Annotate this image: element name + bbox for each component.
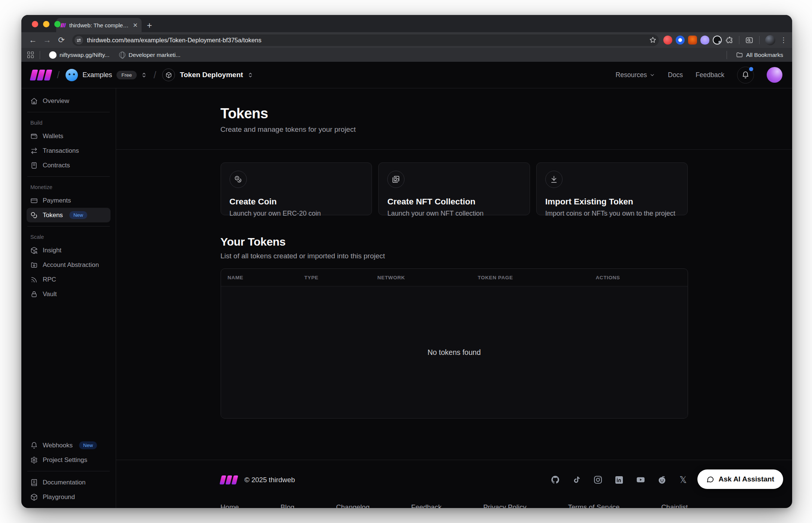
tiktok-icon[interactable] (572, 475, 581, 484)
sidebar-item-project-settings[interactable]: Project Settings (27, 453, 110, 467)
footer-link-terms-of-service[interactable]: Terms of Service (568, 503, 620, 508)
reddit-icon[interactable] (657, 475, 667, 484)
linkedin-icon[interactable] (615, 475, 624, 484)
rss-signal-icon (30, 276, 38, 283)
bell-icon (30, 442, 38, 449)
notification-dot (749, 67, 753, 71)
github-icon[interactable] (551, 475, 560, 484)
tab-close-icon[interactable]: ✕ (133, 22, 138, 29)
team-avatar[interactable] (66, 69, 78, 81)
sidebar-item-documentation[interactable]: Documentation (27, 475, 110, 490)
project-switcher-icon[interactable] (247, 72, 254, 79)
url-text[interactable]: thirdweb.com/team/examples/Token-Deploym… (87, 37, 645, 44)
bell-icon (742, 71, 749, 79)
download-icon (545, 171, 563, 188)
ask-ai-label: Ask AI Assistant (718, 475, 774, 483)
footer-link-blog[interactable]: Blog (281, 503, 294, 508)
sidebar-item-transactions[interactable]: Transactions (27, 143, 110, 158)
column-network: NETWORK (378, 275, 478, 280)
browser-tab[interactable]: thirdweb: The complete web3 ✕ (56, 18, 142, 32)
team-name[interactable]: Examples (82, 71, 112, 79)
new-tab-button[interactable]: + (147, 21, 152, 30)
footer-link-chainlist[interactable]: Chainlist (661, 503, 688, 508)
sidebar-item-label: Wallets (43, 133, 63, 140)
extension-icon-clock[interactable] (713, 36, 722, 45)
extensions-puzzle-icon[interactable] (725, 36, 733, 44)
all-bookmarks-button[interactable]: All Bookmarks (733, 51, 786, 58)
team-switcher-icon[interactable] (140, 72, 148, 79)
social-links: 𝕏 (551, 475, 688, 484)
column-type: TYPE (304, 275, 378, 280)
page-header: Tokens Create and manage tokens for your… (116, 88, 792, 150)
sidebar-item-label: Vault (43, 291, 57, 298)
ask-ai-assistant-button[interactable]: Ask AI Assistant (697, 469, 783, 489)
chat-bubble-icon (706, 475, 714, 483)
footer-link-changelog[interactable]: Changelog (336, 503, 370, 508)
sidebar-item-label: Tokens (43, 212, 63, 219)
wallet-icon (30, 133, 38, 140)
x-twitter-icon[interactable]: 𝕏 (679, 475, 688, 484)
docs-link[interactable]: Docs (668, 71, 683, 79)
browser-menu-icon[interactable]: ⋮ (780, 36, 787, 44)
sidebar-item-insight[interactable]: Insight (27, 243, 110, 258)
phantom-extension-icon[interactable] (700, 36, 709, 45)
sidebar-item-rpc[interactable]: RPC (27, 272, 110, 287)
card-subtitle: Launch your own ERC-20 coin (230, 210, 363, 218)
close-window-button[interactable] (32, 21, 38, 27)
new-badge: New (69, 211, 87, 219)
cube-icon (30, 493, 38, 501)
address-bar[interactable]: thirdweb.com/team/examples/Token-Deploym… (72, 34, 659, 46)
reload-icon[interactable]: ⟳ (55, 34, 68, 46)
instagram-icon[interactable] (593, 475, 603, 484)
back-icon[interactable]: ← (27, 34, 39, 46)
notifications-button[interactable] (737, 67, 754, 83)
page-title: Tokens (221, 106, 688, 122)
resources-menu[interactable]: Resources (616, 71, 655, 79)
your-tokens-title: Your Tokens (221, 235, 688, 248)
lock-icon (30, 291, 38, 298)
project-name[interactable]: Token Deployment (180, 71, 243, 79)
sidebar-item-payments[interactable]: Payments (27, 193, 110, 208)
side-panel-icon[interactable] (745, 36, 754, 45)
github-favicon (49, 51, 57, 59)
metamask-extension-icon[interactable] (688, 36, 697, 45)
footer-link-home[interactable]: Home (221, 503, 239, 508)
smart-wallet-icon (30, 261, 38, 269)
minimize-window-button[interactable] (43, 21, 49, 27)
account-avatar[interactable] (767, 67, 782, 83)
sidebar-item-tokens[interactable]: Tokens New (27, 208, 110, 222)
your-tokens-subtitle: List of all tokens created or imported i… (221, 252, 688, 260)
card-title: Create NFT Collection (387, 197, 521, 207)
sidebar-item-wallets[interactable]: Wallets (27, 129, 110, 143)
footer-links: Home Blog Changelog Feedback Privacy Pol… (221, 503, 688, 508)
import-existing-token-card[interactable]: Import Existing Token Import coins or NF… (536, 162, 688, 215)
maximize-window-button[interactable] (54, 21, 61, 27)
apps-grid-icon[interactable] (27, 52, 34, 58)
browser-profile-avatar[interactable] (765, 35, 775, 45)
sidebar-item-account-abstraction[interactable]: Account Abstraction (27, 258, 110, 272)
main-content: Tokens Create and manage tokens for your… (116, 88, 792, 508)
create-nft-collection-card[interactable]: Create NFT Collection Launch your own NF… (378, 162, 530, 215)
site-settings-icon[interactable] (75, 36, 83, 45)
page-subtitle: Create and manage tokens for your projec… (221, 125, 688, 134)
coins-icon (30, 212, 38, 219)
extension-icon-red[interactable] (663, 36, 672, 45)
sidebar-item-label: Payments (43, 197, 71, 204)
sidebar-item-playground[interactable]: Playground (27, 490, 110, 504)
forward-icon[interactable]: → (41, 34, 54, 46)
footer-link-feedback[interactable]: Feedback (411, 503, 442, 508)
bookmark-item[interactable]: niftyswap.gg/Nifty... (46, 51, 112, 59)
create-coin-card[interactable]: Create Coin Launch your own ERC-20 coin (221, 162, 372, 215)
youtube-icon[interactable] (636, 475, 645, 484)
thirdweb-logo[interactable] (31, 70, 51, 80)
extension-icon-blue[interactable] (676, 36, 685, 45)
bookmark-star-icon[interactable] (649, 36, 657, 44)
feedback-link[interactable]: Feedback (696, 71, 724, 79)
sidebar-item-label: Contracts (43, 162, 70, 169)
bookmark-item[interactable]: Developer marketi... (116, 52, 184, 58)
sidebar-item-overview[interactable]: Overview (27, 94, 110, 108)
footer-link-privacy-policy[interactable]: Privacy Policy (483, 503, 526, 508)
sidebar-item-vault[interactable]: Vault (27, 287, 110, 301)
sidebar-item-webhooks[interactable]: Webhooks New (27, 438, 110, 453)
sidebar-item-contracts[interactable]: Contracts (27, 158, 110, 173)
